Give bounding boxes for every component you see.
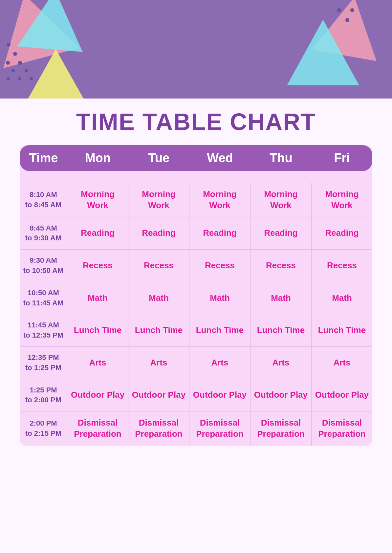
table-header-row: Time Mon Tue Wed Thu Fri <box>20 145 372 171</box>
activity-cell: DismissalPreparation <box>250 411 312 446</box>
timetable: Time Mon Tue Wed Thu Fri 8:10 AMto 8:45 … <box>20 145 372 446</box>
time-cell: 9:30 AMto 10:50 AM <box>20 250 67 282</box>
activity-cell: Outdoor Play <box>189 379 250 412</box>
header-section <box>0 0 392 99</box>
table-row: 11:45 AMto 12:35 PMLunch TimeLunch TimeL… <box>20 314 372 347</box>
activity-cell: Arts <box>67 347 128 379</box>
dot-5 <box>11 69 15 72</box>
activity-cell: Lunch Time <box>250 314 312 347</box>
dot-7 <box>7 77 10 80</box>
dot-4 <box>18 61 22 65</box>
activity-cell: Math <box>128 282 189 315</box>
time-cell: 8:45 AMto 9:30 AM <box>20 217 67 250</box>
col-header-thu: Thu <box>250 145 312 171</box>
activity-cell: Recess <box>250 250 312 282</box>
dot-2 <box>13 52 17 56</box>
bottom-area <box>0 465 392 553</box>
table-row: 8:45 AMto 9:30 AMReadingReadingReadingRe… <box>20 217 372 250</box>
activity-cell: Outdoor Play <box>67 379 128 412</box>
activity-cell: Recess <box>189 250 250 282</box>
activity-cell: Outdoor Play <box>250 379 312 412</box>
activity-cell: MorningWork <box>250 183 312 217</box>
dot-1 <box>7 43 11 47</box>
table-row: 8:10 AMto 8:45 AMMorningWorkMorningWorkM… <box>20 183 372 217</box>
time-cell: 11:45 AMto 12:35 PM <box>20 314 67 347</box>
activity-cell: Lunch Time <box>67 314 128 347</box>
activity-cell: Reading <box>312 217 372 250</box>
activity-cell: Recess <box>128 250 189 282</box>
activity-cell: Arts <box>250 347 312 379</box>
activity-cell: DismissalPreparation <box>189 411 250 446</box>
activity-cell: Outdoor Play <box>312 379 372 412</box>
dot-9 <box>30 77 33 80</box>
activity-cell: Reading <box>189 217 250 250</box>
triangle-yellow-bottomleft <box>26 49 85 99</box>
activity-cell: MorningWork <box>128 183 189 217</box>
activity-cell: Lunch Time <box>312 314 372 347</box>
activity-cell: Reading <box>128 217 189 250</box>
activity-cell: Reading <box>67 217 128 250</box>
activity-cell: Math <box>312 282 372 315</box>
col-header-tue: Tue <box>128 145 189 171</box>
activity-cell: Recess <box>67 250 128 282</box>
spacer-cell <box>20 171 372 183</box>
timetable-container: Time Mon Tue Wed Thu Fri 8:10 AMto 8:45 … <box>20 145 372 446</box>
activity-cell: Reading <box>250 217 312 250</box>
dot-tr-2 <box>350 8 354 12</box>
activity-cell: Lunch Time <box>128 314 189 347</box>
table-row: 9:30 AMto 10:50 AMRecessRecessRecessRece… <box>20 250 372 282</box>
page-title: TIME TABLE CHART <box>20 108 372 135</box>
activity-cell: Math <box>67 282 128 315</box>
activity-cell: DismissalPreparation <box>67 411 128 446</box>
activity-cell: MorningWork <box>312 183 372 217</box>
activity-cell: Arts <box>189 347 250 379</box>
spacer-row <box>20 171 372 183</box>
activity-cell: DismissalPreparation <box>128 411 189 446</box>
activity-cell: Arts <box>312 347 372 379</box>
table-row: 10:50 AMto 11:45 AMMathMathMathMathMath <box>20 282 372 315</box>
activity-cell: Math <box>250 282 312 315</box>
time-cell: 10:50 AMto 11:45 AM <box>20 282 67 315</box>
activity-cell: DismissalPreparation <box>312 411 372 446</box>
table-row: 1:25 PMto 2:00 PMOutdoor PlayOutdoor Pla… <box>20 379 372 412</box>
dot-tr-1 <box>337 8 341 12</box>
time-cell: 1:25 PMto 2:00 PM <box>20 379 67 412</box>
dot-6 <box>25 69 28 72</box>
col-header-time: Time <box>20 145 67 171</box>
activity-cell: Math <box>189 282 250 315</box>
table-row: 12:35 PMto 1:25 PMArtsArtsArtsArtsArts <box>20 347 372 379</box>
table-row: 2:00 PMto 2:15 PMDismissalPreparationDis… <box>20 411 372 446</box>
triangle-cyan-topleft <box>17 0 88 52</box>
activity-cell: MorningWork <box>189 183 250 217</box>
time-cell: 12:35 PMto 1:25 PM <box>20 347 67 379</box>
activity-cell: Lunch Time <box>189 314 250 347</box>
col-header-mon: Mon <box>67 145 128 171</box>
dot-3 <box>6 61 10 65</box>
dot-8 <box>18 77 21 80</box>
time-cell: 8:10 AMto 8:45 AM <box>20 183 67 217</box>
activity-cell: Outdoor Play <box>128 379 189 412</box>
activity-cell: MorningWork <box>67 183 128 217</box>
activity-cell: Arts <box>128 347 189 379</box>
col-header-fri: Fri <box>312 145 372 171</box>
dot-tr-3 <box>345 18 349 22</box>
triangle-cyan-topright <box>287 20 359 85</box>
main-content: TIME TABLE CHART Time Mon Tue Wed Thu Fr… <box>0 99 392 465</box>
col-header-wed: Wed <box>189 145 250 171</box>
activity-cell: Recess <box>312 250 372 282</box>
time-cell: 2:00 PMto 2:15 PM <box>20 411 67 446</box>
